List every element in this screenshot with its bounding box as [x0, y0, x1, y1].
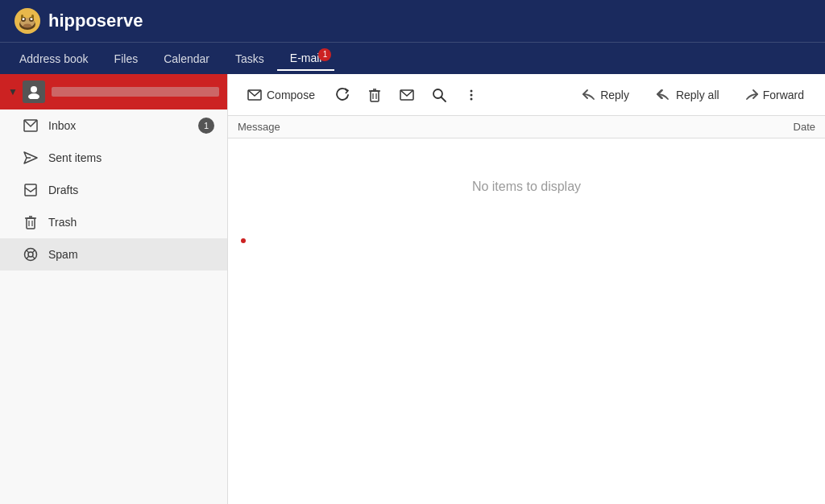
- message-list-header: Message Date: [228, 116, 825, 138]
- sidebar-item-drafts[interactable]: Drafts: [0, 174, 227, 206]
- reply-button[interactable]: Reply: [571, 84, 641, 106]
- svg-rect-9: [31, 14, 34, 19]
- nav-bar: Address book Files Calendar Tasks E-mail…: [0, 42, 825, 74]
- mark-icon: [400, 89, 414, 101]
- sidebar-item-sent[interactable]: Sent items: [0, 142, 227, 174]
- logo: hipposerve: [13, 6, 143, 35]
- refresh-button[interactable]: [328, 81, 357, 109]
- mark-button[interactable]: [392, 81, 421, 109]
- account-name-bar: [52, 87, 219, 97]
- refresh-icon: [335, 88, 350, 102]
- account-collapse-arrow: ▼: [8, 86, 18, 97]
- app-name: hipposerve: [48, 10, 143, 31]
- svg-point-36: [470, 89, 472, 92]
- inbox-badge: 1: [198, 118, 214, 134]
- svg-line-26: [27, 256, 29, 258]
- account-row[interactable]: ▼: [0, 74, 227, 109]
- avatar: [23, 81, 45, 103]
- sent-label: Sent items: [48, 151, 214, 164]
- svg-point-7: [23, 24, 31, 28]
- main-layout: ▼ Inbox 1: [0, 74, 825, 504]
- delete-button[interactable]: [360, 81, 389, 109]
- message-list: Message Date No items to display: [228, 116, 825, 504]
- inbox-label: Inbox: [48, 119, 198, 132]
- svg-line-35: [441, 97, 446, 101]
- drafts-icon: [23, 182, 39, 198]
- compose-button[interactable]: Compose: [238, 84, 325, 106]
- reply-all-button[interactable]: Reply all: [644, 84, 731, 106]
- svg-line-24: [32, 256, 35, 258]
- svg-rect-16: [27, 218, 35, 229]
- content-area: Compose: [228, 74, 825, 504]
- inbox-icon: [23, 118, 39, 134]
- trash-label: Trash: [48, 216, 214, 229]
- svg-rect-15: [25, 184, 36, 196]
- svg-rect-8: [21, 14, 23, 19]
- drafts-label: Drafts: [48, 184, 214, 196]
- svg-point-11: [28, 93, 39, 99]
- col-date-header: Date: [751, 121, 815, 133]
- nav-tasks[interactable]: Tasks: [222, 48, 277, 70]
- forward-button[interactable]: Forward: [734, 84, 815, 106]
- sent-icon: [23, 150, 39, 166]
- forward-icon: [745, 89, 758, 101]
- sidebar-item-spam[interactable]: Spam: [0, 238, 227, 271]
- svg-point-37: [470, 93, 472, 96]
- svg-line-25: [32, 250, 35, 253]
- toolbar: Compose: [228, 74, 825, 116]
- reply-all-icon: [655, 89, 671, 101]
- sidebar-item-inbox[interactable]: Inbox 1: [0, 109, 227, 142]
- svg-point-21: [25, 249, 37, 261]
- col-message-header: Message: [238, 121, 751, 133]
- status-dot: [241, 238, 246, 243]
- email-badge: 1: [318, 48, 331, 61]
- trash-icon: [23, 214, 39, 230]
- svg-line-23: [27, 250, 29, 253]
- svg-point-38: [470, 97, 472, 100]
- search-icon: [432, 88, 446, 102]
- user-icon: [27, 85, 41, 99]
- delete-icon: [368, 88, 381, 102]
- nav-address-book[interactable]: Address book: [6, 48, 102, 70]
- reply-icon: [582, 89, 595, 101]
- spam-label: Spam: [48, 248, 214, 261]
- nav-calendar[interactable]: Calendar: [151, 48, 222, 70]
- top-bar: hipposerve: [0, 0, 825, 42]
- nav-files[interactable]: Files: [102, 48, 151, 70]
- logo-icon: [13, 6, 42, 35]
- spam-icon: [23, 246, 39, 262]
- compose-icon: [247, 89, 262, 101]
- nav-email[interactable]: E-mail 1: [277, 47, 335, 71]
- svg-point-10: [31, 86, 37, 93]
- empty-message: No items to display: [228, 138, 825, 235]
- sidebar: ▼ Inbox 1: [0, 74, 228, 504]
- search-button[interactable]: [425, 81, 454, 109]
- more-icon: [464, 88, 479, 102]
- sidebar-item-trash[interactable]: Trash: [0, 206, 227, 238]
- svg-rect-28: [371, 91, 379, 101]
- more-button[interactable]: [457, 81, 486, 109]
